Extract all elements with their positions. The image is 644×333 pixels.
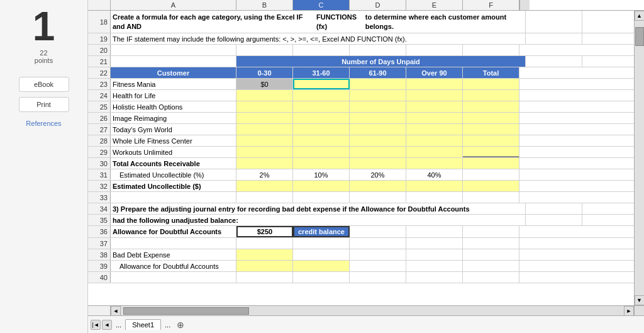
print-button[interactable]: Print — [19, 97, 69, 112]
cell-27-B[interactable] — [236, 124, 293, 135]
points-value: 22 points — [35, 49, 53, 64]
cell-28-B[interactable] — [236, 135, 293, 146]
ebook-button[interactable]: eBook — [19, 77, 69, 92]
cell-18-instruction: Create a formula for each age category, … — [111, 11, 526, 33]
cell-23-A: Fitness Mania — [111, 79, 236, 89]
h-scroll-left-space — [88, 306, 111, 315]
spreadsheet-main: A B C D E F 18 Create a formula for each… — [88, 0, 644, 333]
tab-dots-left[interactable]: ... — [113, 321, 124, 329]
references-link[interactable]: References — [26, 120, 61, 127]
cell-29-D[interactable] — [350, 147, 406, 157]
scroll-down-button[interactable]: ▼ — [635, 295, 645, 305]
row-num-29: 29 — [88, 147, 111, 157]
cell-23-E[interactable] — [406, 79, 463, 89]
cell-32-F[interactable] — [463, 181, 519, 191]
cell-27-F[interactable] — [463, 124, 519, 135]
row-35: 35 had the following unadjusted balance: — [88, 215, 634, 226]
row-39: 39 Allowance for Doubtful Accounts — [88, 261, 634, 272]
cell-30-B[interactable] — [236, 158, 293, 169]
cell-19-instruction: The IF statement may include the followi… — [111, 33, 526, 44]
cell-32-D[interactable] — [350, 181, 406, 191]
row-29: 29 Workouts Unlimited — [88, 147, 634, 158]
cell-24-D[interactable] — [350, 90, 406, 101]
col-header-F[interactable]: F — [463, 0, 519, 10]
cell-26-F[interactable] — [463, 113, 519, 123]
cell-36-A: Allowance for Doubtful Accounts — [111, 226, 236, 237]
scroll-thumb[interactable] — [635, 27, 644, 46]
col-header-E[interactable]: E — [406, 0, 463, 10]
cell-32-C[interactable] — [293, 181, 350, 191]
cell-27-E[interactable] — [406, 124, 463, 135]
col-header-C[interactable]: C — [293, 0, 350, 10]
cell-29-A: Workouts Unlimited — [111, 147, 236, 157]
cell-39-E — [406, 261, 463, 271]
col-header-D[interactable]: D — [350, 0, 406, 10]
cell-28-E[interactable] — [406, 135, 463, 146]
cell-18-F — [526, 11, 582, 33]
cell-23-D[interactable] — [350, 79, 406, 89]
cell-29-F[interactable] — [463, 147, 519, 157]
cell-36-C: credit balance — [293, 226, 350, 237]
h-scroll-main[interactable]: ◄ ► — [111, 306, 634, 315]
cell-25-E[interactable] — [406, 101, 463, 112]
cell-28-C[interactable] — [293, 135, 350, 146]
cell-25-D[interactable] — [350, 101, 406, 112]
cell-24-B[interactable] — [236, 90, 293, 101]
cell-39-C[interactable] — [293, 261, 350, 271]
cell-26-E[interactable] — [406, 113, 463, 123]
cell-27-C[interactable] — [293, 124, 350, 135]
cell-30-F[interactable] — [463, 158, 519, 169]
cell-35-instruction: had the following unadjusted balance: — [111, 215, 526, 225]
cell-39-B[interactable] — [236, 261, 293, 271]
row-num-header-spacer — [88, 0, 111, 10]
cell-31-A: Estimated Uncollectible (%) — [111, 169, 236, 180]
cell-24-E[interactable] — [406, 90, 463, 101]
cell-28-D[interactable] — [350, 135, 406, 146]
cell-32-B[interactable] — [236, 181, 293, 191]
cell-27-D[interactable] — [350, 124, 406, 135]
cell-29-E[interactable] — [406, 147, 463, 157]
row-20: 20 — [88, 45, 634, 56]
cell-36-E — [406, 226, 463, 237]
row-num-34: 34 — [88, 203, 111, 214]
cell-20-E — [406, 45, 463, 55]
cell-23-F[interactable] — [463, 79, 519, 89]
cell-29-C[interactable] — [293, 147, 350, 157]
cell-20-A — [111, 45, 236, 55]
tab-nav-first[interactable]: |◄ — [91, 320, 101, 330]
h-scroll-right-button[interactable]: ► — [624, 306, 634, 316]
cell-38-C — [293, 249, 350, 260]
col-header-B[interactable]: B — [236, 0, 293, 10]
row-num-26: 26 — [88, 113, 111, 123]
cell-38-B[interactable] — [236, 249, 293, 260]
cell-24-C[interactable] — [293, 90, 350, 101]
cell-25-C[interactable] — [293, 101, 350, 112]
cell-29-B[interactable] — [236, 147, 293, 157]
cell-28-F[interactable] — [463, 135, 519, 146]
cell-26-D[interactable] — [350, 113, 406, 123]
cell-25-A: Holistic Health Options — [111, 101, 236, 112]
scroll-up-button[interactable]: ▲ — [635, 11, 645, 21]
h-scroll-thumb[interactable] — [123, 307, 249, 315]
row-num-21: 21 — [88, 56, 111, 67]
cell-26-C[interactable] — [293, 113, 350, 123]
cell-25-F[interactable] — [463, 101, 519, 112]
scroll-track[interactable] — [635, 21, 644, 295]
h-scroll-left-button[interactable]: ◄ — [111, 306, 121, 316]
cell-27-A: Today's Gym World — [111, 124, 236, 135]
cell-30-C[interactable] — [293, 158, 350, 169]
row-num-36: 36 — [88, 226, 111, 237]
cell-32-E[interactable] — [406, 181, 463, 191]
cell-25-B[interactable] — [236, 101, 293, 112]
sheet1-tab[interactable]: Sheet1 — [125, 319, 161, 330]
rows-container: 18 Create a formula for each age categor… — [88, 11, 644, 305]
col-header-A[interactable]: A — [111, 0, 236, 10]
cell-26-B[interactable] — [236, 113, 293, 123]
add-sheet-button[interactable]: ⊕ — [174, 320, 187, 330]
tab-dots-right[interactable]: ... — [162, 321, 173, 329]
cell-23-C[interactable] — [293, 79, 350, 89]
cell-30-E[interactable] — [406, 158, 463, 169]
tab-nav-prev[interactable]: ◄ — [102, 320, 112, 330]
cell-30-D[interactable] — [350, 158, 406, 169]
cell-24-F[interactable] — [463, 90, 519, 101]
